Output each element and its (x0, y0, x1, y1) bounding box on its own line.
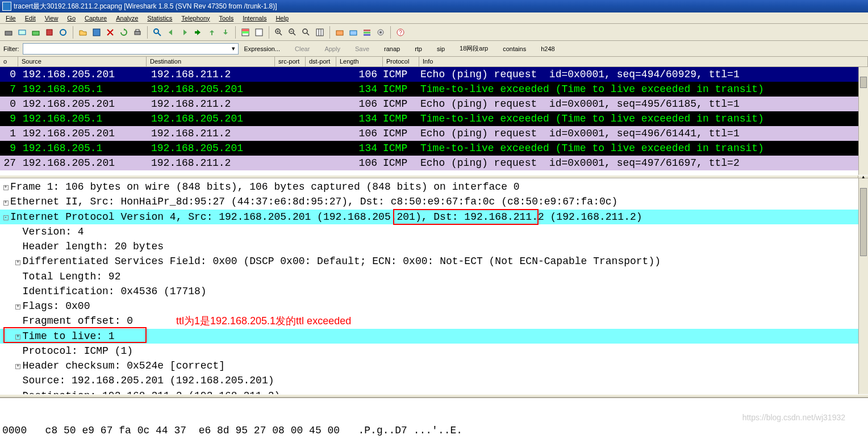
details-scrollbar[interactable] (858, 178, 868, 394)
packet-row[interactable]: 7192.168.205.1192.168.205.201134ICMPTime… (0, 82, 868, 97)
svg-line-23 (307, 33, 309, 35)
filter-contains[interactable]: contains (497, 45, 532, 52)
detail-line[interactable]: +Frame 1: 106 bytes on wire (848 bits), … (0, 179, 868, 194)
packet-row[interactable]: 9192.168.205.1192.168.205.201134ICMPTime… (0, 111, 868, 126)
go-to-icon[interactable] (192, 26, 205, 39)
svg-rect-7 (136, 30, 139, 31)
packet-scrollbar[interactable] (858, 67, 868, 175)
menu-edit[interactable]: Edit (20, 14, 40, 23)
zoom-out-icon[interactable] (286, 26, 299, 39)
detail-line[interactable]: Header length: 20 bytes (0, 239, 868, 254)
filter-label: Filter: (3, 45, 19, 52)
filter-expression[interactable]: Expression... (239, 45, 286, 52)
colorize-icon[interactable] (239, 26, 252, 39)
svg-rect-5 (93, 29, 100, 36)
packet-list[interactable]: 0192.168.205.201192.168.211.2106ICMPEcho… (0, 67, 868, 175)
filter-arp[interactable]: 18网段arp (454, 44, 494, 53)
help-icon[interactable]: ? (394, 26, 407, 39)
save-icon[interactable] (90, 26, 103, 39)
hex-dump[interactable]: 0000 c8 50 e9 67 fa 0c 44 37 e6 8d 95 27… (0, 398, 868, 439)
menu-file[interactable]: File (1, 14, 20, 23)
capture-filters-icon[interactable] (333, 26, 346, 39)
col-header-source[interactable]: Source (18, 57, 147, 66)
filter-apply[interactable]: Apply (319, 45, 346, 52)
coloring-rules-icon[interactable] (361, 26, 373, 39)
detail-line[interactable]: +Ethernet II, Src: HonHaiPr_8d:95:27 (44… (0, 194, 868, 209)
go-forward-icon[interactable] (178, 26, 191, 39)
svg-rect-28 (350, 31, 357, 35)
display-filters-icon[interactable] (347, 26, 360, 39)
packet-row[interactable]: 27192.168.205.201192.168.211.2106ICMPEch… (0, 156, 868, 170)
filter-input[interactable] (23, 43, 239, 55)
stop-capture-icon[interactable] (43, 26, 56, 39)
detail-line[interactable]: Identification: 0x4536 (17718) (0, 284, 868, 299)
menu-help[interactable]: Help (271, 14, 293, 23)
detail-line[interactable]: Source: 192.168.205.201 (192.168.205.201… (0, 373, 868, 388)
filter-dropdown-icon[interactable]: ▾ (232, 45, 235, 52)
detail-line[interactable]: Destination: 192.168.211.2 (192.168.211.… (0, 388, 868, 395)
menu-capture[interactable]: Capture (80, 14, 111, 23)
svg-line-20 (293, 33, 295, 35)
col-header-destination[interactable]: Destination (147, 57, 275, 66)
zoom-reset-icon[interactable] (300, 26, 312, 39)
restart-capture-icon[interactable] (57, 26, 69, 39)
svg-rect-24 (316, 29, 323, 36)
col-header-dstport[interactable]: dst-port (306, 57, 336, 66)
menu-view[interactable]: View (40, 14, 63, 23)
interfaces-icon[interactable] (2, 26, 15, 39)
detail-line[interactable]: Version: 4 (0, 224, 868, 239)
resize-columns-icon[interactable] (314, 26, 326, 39)
find-icon[interactable] (151, 26, 164, 39)
filter-h248[interactable]: h248 (535, 45, 560, 52)
menu-telephony[interactable]: Telephony (177, 14, 214, 23)
svg-rect-30 (364, 32, 370, 34)
packet-row[interactable]: 9192.168.205.1192.168.205.201134ICMPTime… (0, 141, 868, 156)
packet-row[interactable]: 1192.168.205.201192.168.211.2106ICMPEcho… (0, 126, 868, 141)
col-header-info[interactable]: Info (419, 57, 868, 66)
go-first-icon[interactable] (206, 26, 218, 39)
detail-line[interactable]: Total Length: 92 (0, 269, 868, 284)
hex-line: 0000 c8 50 e9 67 fa 0c 44 37 e6 8d 95 27… (2, 424, 866, 437)
filter-rtp[interactable]: rtp (409, 45, 428, 52)
filter-ranap[interactable]: ranap (378, 45, 406, 52)
menu-internals[interactable]: Internals (238, 14, 271, 23)
go-back-icon[interactable] (165, 26, 177, 39)
scroll-up-icon[interactable]: ▴ (858, 175, 868, 178)
filter-save[interactable]: Save (349, 45, 375, 52)
packet-details[interactable]: +Frame 1: 106 bytes on wire (848 bits), … (0, 178, 868, 394)
reload-icon[interactable] (118, 26, 130, 39)
go-last-icon[interactable] (219, 26, 232, 39)
close-icon[interactable] (104, 26, 116, 39)
col-header-no[interactable]: o (0, 57, 18, 66)
menu-tools[interactable]: Tools (215, 14, 239, 23)
start-capture-icon[interactable] (30, 26, 42, 39)
col-header-protocol[interactable]: Protocol (383, 57, 419, 66)
menu-statistics[interactable]: Statistics (143, 14, 177, 23)
svg-line-9 (158, 33, 161, 36)
col-header-length[interactable]: Length (336, 57, 383, 66)
detail-line[interactable]: +Header checksum: 0x524e [correct] (0, 358, 868, 373)
auto-scroll-icon[interactable] (253, 26, 265, 39)
detail-line[interactable]: Fragment offset: 0 (0, 313, 868, 328)
filter-clear[interactable]: Clear (289, 45, 315, 52)
options-icon[interactable] (16, 26, 28, 39)
detail-line[interactable]: +Flags: 0x00 (0, 299, 868, 313)
open-icon[interactable] (77, 26, 89, 39)
zoom-in-icon[interactable] (273, 26, 285, 39)
preferences-icon[interactable] (374, 26, 387, 39)
svg-point-8 (154, 29, 158, 34)
svg-rect-29 (364, 30, 370, 31)
packet-row[interactable]: 0192.168.205.201192.168.211.2106ICMPEcho… (0, 97, 868, 111)
packet-row[interactable]: 0192.168.205.201192.168.211.2106ICMPEcho… (0, 67, 868, 82)
svg-point-22 (303, 29, 307, 34)
detail-line[interactable]: Protocol: ICMP (1) (0, 344, 868, 358)
packet-list-header: o Source Destination src-port dst-port L… (0, 57, 868, 67)
print-icon[interactable] (131, 26, 144, 39)
svg-rect-6 (135, 31, 140, 35)
detail-line[interactable]: +Differentiated Services Field: 0x00 (DS… (0, 254, 868, 269)
menu-analyze[interactable]: Analyze (111, 14, 143, 23)
filter-sip[interactable]: sip (431, 45, 450, 52)
col-header-srcport[interactable]: src-port (275, 57, 306, 66)
menu-go[interactable]: Go (62, 14, 80, 23)
svg-rect-31 (364, 34, 370, 36)
